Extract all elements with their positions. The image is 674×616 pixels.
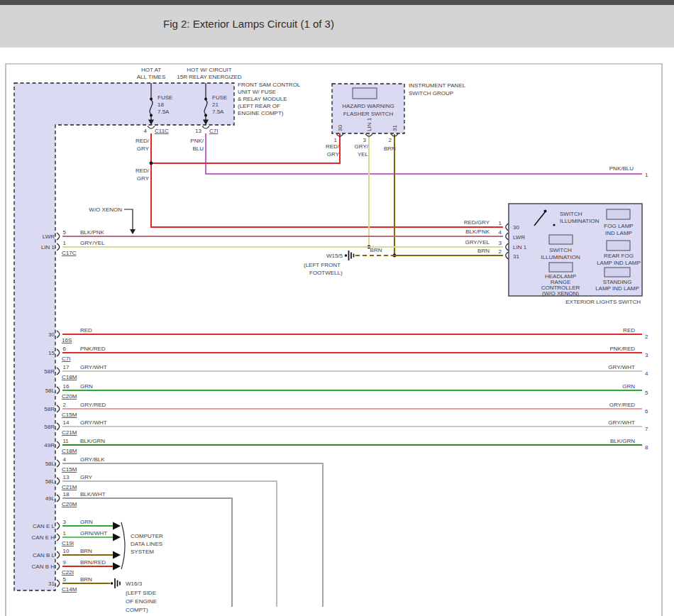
- connector-label: C17C: [62, 250, 77, 256]
- sam-unit-label: FRONT SAM CONTROL UNIT W/ FUSE & RELAY M…: [238, 82, 301, 116]
- pin-socket-icon: [506, 224, 509, 231]
- pin-socket-icon: [506, 233, 509, 240]
- ground-location: FOOTWELL): [309, 270, 343, 276]
- row-left-label: 58R: [44, 368, 55, 375]
- wire-color-label: GRN: [622, 383, 635, 390]
- wire-color-label: GRY/YEL: [80, 240, 105, 246]
- ground-location: COMPT): [126, 607, 148, 613]
- switch-contact-icon: [544, 210, 547, 213]
- pin-number: 17: [63, 364, 70, 370]
- pin-number: 2: [499, 248, 502, 255]
- sam-name-line: ENGINE COMPT): [238, 110, 284, 116]
- pin-number: 14: [63, 419, 70, 426]
- pin-socket-icon: [57, 441, 60, 449]
- w15-5-ground-row: W15/5 BRN BRN 2 (LEFT FRONT FOOTWELL): [304, 247, 503, 276]
- junction-dot: [150, 162, 153, 165]
- fuse-label: FUSE: [212, 94, 227, 101]
- fuse-label: 21: [212, 101, 219, 108]
- row-left-label: 49R: [44, 442, 55, 449]
- fog-lamp-label: FOG LAMP: [604, 223, 633, 229]
- connector-label: 16S: [62, 337, 72, 343]
- wire-color-label: GRY/: [355, 143, 369, 150]
- component-caption: EXTERIOR LIGHTS SWITCH: [565, 299, 641, 305]
- wire-color-label: BRN: [80, 548, 92, 554]
- connector-label: C7I: [62, 356, 70, 362]
- computer-data-lines: COMPUTER DATA LINES SYSTEM: [121, 522, 163, 569]
- wire-color-label: GRY: [137, 145, 150, 152]
- w16-3-ground-label: W16/3 (LEFT SIDE OF ENGINE COMPT): [126, 581, 157, 613]
- pin-socket-icon: [57, 405, 60, 412]
- fuse-label: 7.5A: [158, 109, 170, 115]
- fuse-label: 18: [158, 101, 164, 108]
- pin-number: 13: [195, 128, 201, 134]
- wire-color-label: RED/: [136, 138, 150, 144]
- ground-location: (LEFT SIDE: [126, 590, 156, 596]
- pin-socket-icon: [148, 126, 155, 129]
- pin-number: 11: [63, 438, 70, 444]
- wire-color-label: GRN: [80, 519, 93, 525]
- pin-socket-icon: [57, 522, 60, 529]
- wire-redgry-branch: [151, 133, 340, 163]
- pin-number: 6: [63, 346, 67, 352]
- wire-color-label: PNK/RED: [80, 346, 106, 352]
- terminal-label: LIN 1: [366, 117, 372, 131]
- pin-socket-icon: [57, 349, 60, 356]
- row-left-label: 49L: [45, 495, 55, 502]
- arrow-right-icon: [113, 551, 121, 559]
- system-label: COMPUTER: [131, 533, 163, 539]
- note-label: W/O XENON: [89, 207, 122, 213]
- pin-socket-icon: [57, 243, 60, 251]
- wire-color-label: GRY: [327, 151, 340, 158]
- connector-label: C15M: [62, 466, 77, 473]
- headlamp-range-label: (W/O XENON): [542, 290, 579, 297]
- row-left-label: CAN B H: [32, 563, 55, 570]
- hazard-name-line: HAZARD WARNING: [342, 103, 394, 109]
- connector-label: C7I: [209, 128, 218, 134]
- sam-name-line: & RELAY MODULE: [238, 96, 287, 102]
- hazard-flasher-switch: HAZARD WARNING FLASHER SWITCH INSTRUMENT…: [326, 82, 466, 158]
- wire-color-label: GRY/YEL: [465, 239, 490, 246]
- pin-number: 18: [63, 491, 70, 497]
- wire-color-label: BLK/GRN: [610, 438, 635, 444]
- wire-color-label: BRN: [370, 247, 382, 253]
- wire-color-label: GRY/WHT: [80, 364, 107, 370]
- switch-illumination-label: SWITCH: [560, 211, 582, 217]
- pin-number: 2: [63, 402, 67, 408]
- pin-number: 9: [63, 559, 67, 566]
- circuit-number: 4: [645, 370, 648, 377]
- row-left-label: CAN E L: [33, 523, 55, 529]
- hot-label: ALL TIMES: [137, 74, 165, 80]
- pin-socket-icon: [57, 233, 60, 240]
- fog-lamp-label: IND LAMP: [605, 230, 632, 236]
- row-left-label: 58L: [45, 387, 55, 394]
- pin-number: 4: [63, 456, 67, 463]
- wire-color-label: GRN: [80, 383, 93, 390]
- wire-color-label: GRY: [80, 474, 93, 480]
- pin-socket-icon: [57, 423, 60, 430]
- pin-socket-icon: [57, 495, 60, 502]
- connector-label: C11C: [155, 128, 169, 134]
- arrow-right-icon: [113, 522, 121, 530]
- rear-fog-label: REAR FOG: [604, 253, 634, 259]
- wire-color-label: BLK/GRN: [80, 438, 105, 444]
- wire-color-label: GRY/WHT: [608, 419, 635, 426]
- rear-fog-indicator-icon: [607, 241, 630, 251]
- pin-number: 1: [334, 137, 338, 143]
- standing-lamp-icon: [604, 268, 630, 277]
- pin-socket-icon: [57, 551, 60, 559]
- pin-number: 1: [63, 240, 67, 246]
- hazard-name-line: FLASHER SWITCH: [343, 111, 394, 117]
- row-left-label: CAN B L: [33, 552, 55, 559]
- system-label: DATA LINES: [131, 541, 162, 547]
- connector-label: C20M: [62, 393, 77, 400]
- ground-icon: [345, 254, 348, 257]
- pin-socket-icon: [57, 460, 60, 467]
- pin-socket-icon: [57, 331, 60, 338]
- pin-socket-icon: [506, 252, 509, 259]
- wire-color-label: GRY/WHT: [608, 364, 635, 370]
- arrow-down-icon: [130, 229, 136, 234]
- fuse-node: [150, 98, 153, 101]
- connector-label: C21M: [62, 429, 77, 436]
- pin-number: 3: [499, 240, 502, 246]
- pin-number: 10: [63, 548, 70, 554]
